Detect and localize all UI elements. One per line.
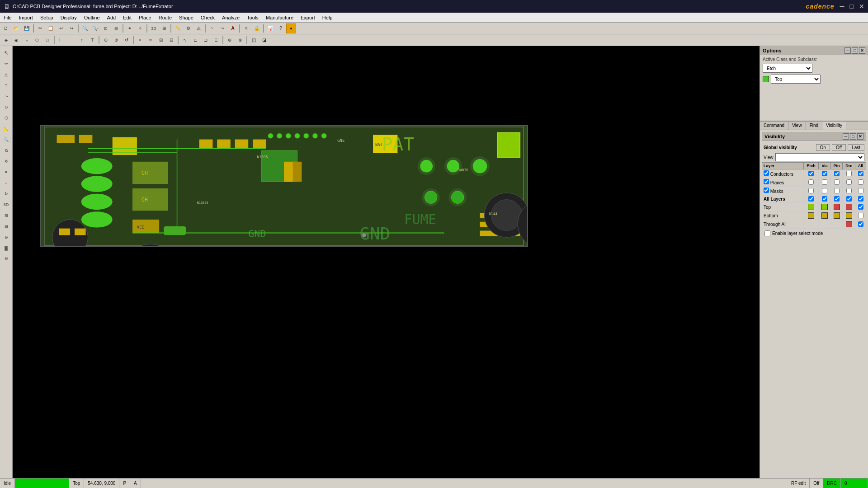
masks-all-cb[interactable] — [858, 188, 863, 193]
side-route[interactable]: ⤳ — [1, 91, 11, 101]
tb-drc[interactable]: ⚠ — [193, 23, 203, 33]
menu-item-tools[interactable]: Tools — [243, 14, 262, 21]
tb-new[interactable]: 🗋 — [1, 23, 11, 33]
tab-find[interactable]: Find — [806, 122, 822, 130]
tb-autoroute[interactable]: A — [228, 23, 238, 33]
vis-on-btn[interactable]: On — [816, 144, 830, 151]
enable-layer-checkbox[interactable] — [764, 230, 770, 236]
tb-zoom-sel[interactable]: ⊞ — [111, 23, 121, 33]
tb2-20[interactable]: ⊑ — [211, 35, 221, 45]
planes-etch-cb[interactable] — [808, 179, 814, 185]
tb-add-connect[interactable]: ~ — [207, 23, 217, 33]
tb-help[interactable]: ? — [276, 23, 286, 33]
planes-via-cb[interactable] — [822, 179, 827, 185]
alllayers-all-cb[interactable] — [858, 196, 863, 202]
tb2-24[interactable]: ◪ — [259, 35, 269, 45]
menu-item-edit[interactable]: Edit — [119, 14, 135, 21]
tab-command[interactable]: Command — [760, 122, 788, 130]
tb-open[interactable]: 📂 — [11, 23, 21, 33]
subclass-dropdown[interactable]: Top Bottom Through All — [771, 75, 821, 84]
tb2-23[interactable]: ◫ — [249, 35, 259, 45]
menu-item-add[interactable]: Add — [104, 14, 120, 21]
tb-highlight[interactable]: ✦ — [125, 23, 135, 33]
tb2-16[interactable]: ⊟ — [166, 35, 176, 45]
side-measure[interactable]: 📐 — [1, 124, 11, 134]
menu-item-setup[interactable]: Setup — [37, 14, 57, 21]
tb2-3[interactable]: ⬦ — [22, 35, 32, 45]
vis-restore[interactable]: □ — [850, 133, 856, 140]
side-comp[interactable]: ⬡ — [1, 113, 11, 123]
tb-grid[interactable]: ⊞ — [159, 23, 169, 33]
tb2-15[interactable]: ⊞ — [156, 35, 166, 45]
minimize-button[interactable]: ─ — [840, 3, 844, 10]
tb-redo[interactable]: ↪ — [66, 23, 76, 33]
conductors-via-cb[interactable] — [822, 171, 827, 176]
side-delete[interactable]: ✕ — [1, 167, 11, 177]
menu-item-route[interactable]: Route — [155, 14, 175, 21]
tb2-4[interactable]: ⬡ — [32, 35, 42, 45]
tb2-21[interactable]: ⊕ — [225, 35, 235, 45]
tb-route[interactable]: ⤳ — [217, 23, 227, 33]
planes-drc-cb[interactable] — [846, 179, 852, 185]
side-group[interactable]: ⊞ — [1, 211, 11, 221]
top-all-cb[interactable] — [858, 204, 863, 210]
tb-dehighlight[interactable]: ✧ — [135, 23, 145, 33]
side-draw[interactable]: ✏ — [1, 59, 11, 69]
side-mirror[interactable]: ↔ — [1, 178, 11, 188]
tb-props[interactable]: ⚙ — [183, 23, 193, 33]
side-copy[interactable]: ⧉ — [1, 145, 11, 155]
side-shape[interactable]: △ — [1, 70, 11, 80]
tb2-6[interactable]: ⊢ — [56, 35, 66, 45]
conductors-drc-cb[interactable] — [846, 171, 852, 176]
tb2-14[interactable]: ⌗ — [146, 35, 156, 45]
tb2-11[interactable]: ⊚ — [111, 35, 121, 45]
planes-all-cb[interactable] — [858, 179, 863, 185]
options-minimize[interactable]: ─ — [844, 47, 851, 54]
tb2-19[interactable]: ⊐ — [201, 35, 211, 45]
menu-item-display[interactable]: Display — [57, 14, 80, 21]
tb2-18[interactable]: ⊏ — [190, 35, 200, 45]
tb2-12[interactable]: ↺ — [122, 35, 132, 45]
conductors-pin-cb[interactable] — [834, 171, 840, 176]
masks-via-cb[interactable] — [822, 188, 827, 193]
tb2-22[interactable]: ⊗ — [235, 35, 245, 45]
alllayers-drc-cb[interactable] — [846, 196, 852, 202]
close-button[interactable]: ✕ — [859, 3, 864, 10]
vis-off-btn[interactable]: Off — [832, 144, 846, 151]
tb2-13[interactable]: ⌖ — [135, 35, 145, 45]
menu-item-outline[interactable]: Outline — [80, 14, 104, 21]
menu-item-place[interactable]: Place — [135, 14, 155, 21]
side-via[interactable]: ⊙ — [1, 102, 11, 112]
menu-item-manufacture[interactable]: Manufacture — [262, 14, 297, 21]
tb2-5[interactable]: □ — [42, 35, 52, 45]
tb-netlist[interactable]: ≡ — [241, 23, 251, 33]
options-restore[interactable]: □ — [852, 47, 858, 54]
tab-visibility[interactable]: Visibility — [822, 122, 846, 130]
tb2-7[interactable]: ⊣ — [66, 35, 76, 45]
planes-pin-cb[interactable] — [834, 179, 840, 185]
tb2-10[interactable]: ⊙ — [101, 35, 111, 45]
tb-active[interactable]: ● — [286, 23, 296, 33]
menu-item-shape[interactable]: Shape — [175, 14, 197, 21]
masks-drc-cb[interactable] — [846, 188, 852, 193]
tb-zoom-fit[interactable]: ⊡ — [101, 23, 111, 33]
tb-cut[interactable]: ✂ — [35, 23, 45, 33]
tb-measure[interactable]: 📏 — [173, 23, 183, 33]
options-close[interactable]: ✕ — [859, 47, 865, 54]
menu-item-export[interactable]: Export — [297, 14, 319, 21]
side-zoom[interactable]: 🔍 — [1, 135, 11, 145]
side-spin[interactable]: ↻ — [1, 189, 11, 199]
side-text[interactable]: T — [1, 80, 11, 90]
menu-item-import[interactable]: Import — [15, 14, 37, 21]
tb2-9[interactable]: ⊤ — [87, 35, 97, 45]
tb-zoom-in[interactable]: 🔍 — [80, 23, 90, 33]
view-dropdown[interactable] — [775, 153, 865, 161]
alllayers-via-cb[interactable] — [822, 196, 827, 202]
planes-checkbox[interactable] — [764, 179, 769, 184]
side-tool[interactable]: ⚒ — [1, 254, 11, 264]
menu-item-file[interactable]: File — [0, 14, 15, 21]
tb-zoom-out[interactable]: 🔍- — [90, 23, 100, 33]
throughall-all-cb[interactable] — [858, 221, 863, 227]
tb2-2[interactable]: ◉ — [11, 35, 21, 45]
alllayers-etch-cb[interactable] — [808, 196, 814, 202]
